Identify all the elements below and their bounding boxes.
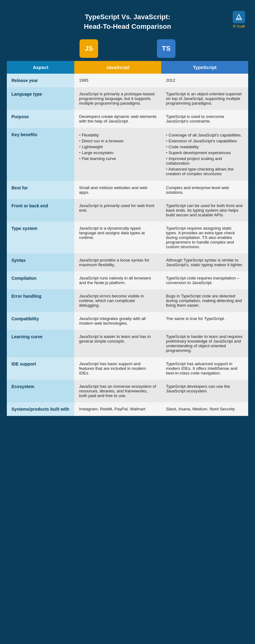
logo-text-craft: Craft xyxy=(237,24,245,28)
aspect-cell: Ecosystem xyxy=(7,380,74,402)
ts-cell: The same is true for TypeScript. xyxy=(161,312,248,330)
js-cell: JavaScript has basic support and feature… xyxy=(74,357,161,380)
table-row: Learning curveJavaScript is easier to le… xyxy=(7,330,248,357)
js-cell: Small and midsize websites and web apps. xyxy=(74,181,161,199)
ts-cell: TypeScript developers can use the JavaSc… xyxy=(161,380,248,402)
ts-cell: Coverage of all JavaScipt's capabilities… xyxy=(161,128,248,181)
aspect-cell: IDE support xyxy=(7,357,74,380)
aspect-cell: Syntax xyxy=(7,253,74,271)
aspect-cell: Best for xyxy=(7,181,74,199)
table-header-row: Aspect JavaScript TypeScript xyxy=(7,61,248,74)
js-label: JS xyxy=(85,45,93,53)
logo-icon xyxy=(233,11,245,23)
ts-cell: Complex and enterprise-level web solutio… xyxy=(161,181,248,199)
ts-cell: TypeScript has advanced support in moder… xyxy=(161,357,248,380)
js-cell: JavaScript is easier to learn and has in… xyxy=(74,330,161,357)
table-row: Release year19952012 xyxy=(7,74,248,87)
table-row: Front or back endJavaScript is primarily… xyxy=(7,199,248,222)
logo-text: IT Craft xyxy=(233,24,245,28)
js-cell: Developers create dynamic web elements w… xyxy=(74,110,161,128)
title-line1: TypeScript Vs. JavaScript: xyxy=(85,13,170,21)
aspect-cell: Compilation xyxy=(7,271,74,289)
js-cell: JavaScript has an immense ecosystem of r… xyxy=(74,380,161,402)
ts-cell: Although TypeScript syntax is similar to… xyxy=(161,253,248,271)
aspect-cell: Error handling xyxy=(7,289,74,312)
aspect-cell: Type system xyxy=(7,222,74,253)
js-cell: JavaScript runs natively in all browsers… xyxy=(74,271,161,289)
table-row: Language typeJavaScript is primarily a p… xyxy=(7,87,248,110)
ts-cell: TypeScript code requires transpilation –… xyxy=(161,271,248,289)
aspect-cell: Key benefits xyxy=(7,128,74,181)
aspect-cell: Front or back end xyxy=(7,199,74,222)
js-cell: JavaScript is primarily used for web fro… xyxy=(74,199,161,222)
table-row: SyntaxJavaScript provides a loose syntax… xyxy=(7,253,248,271)
js-cell: JavaScript errors become visible in runt… xyxy=(74,289,161,312)
aspect-cell: Language type xyxy=(7,87,74,110)
table-row: CompilationJavaScript runs natively in a… xyxy=(7,271,248,289)
table-row: Error handlingJavaScript errors become v… xyxy=(7,289,248,312)
aspect-cell: Purpose xyxy=(7,110,74,128)
ts-cell: Slack, Asana, Medium, Nord Security xyxy=(161,402,248,416)
ts-cell: Bugs in TypeScript code are detected dur… xyxy=(161,289,248,312)
title-line2: Head-To-Head Comparison xyxy=(84,23,171,30)
table-row: EcosystemJavaScript has an immense ecosy… xyxy=(7,380,248,402)
ts-cell: TypeScript is used to overcome JavaScrip… xyxy=(161,110,248,128)
main-container: TypeScript Vs. JavaScript: Head-To-Head … xyxy=(7,6,248,416)
icons-row: JS TS xyxy=(7,35,248,59)
comparison-table: Aspect JavaScript TypeScript Release yea… xyxy=(7,61,248,416)
title: TypeScript Vs. JavaScript: Head-To-Head … xyxy=(10,12,245,32)
aspect-cell: Learning curve xyxy=(7,330,74,357)
table-row: CompatibilityJavaScript integrates great… xyxy=(7,312,248,330)
table-row: IDE supportJavaScript has basic support … xyxy=(7,357,248,380)
ts-cell: TypeScript is an object-oriented superse… xyxy=(161,87,248,110)
ts-label: TS xyxy=(162,45,171,53)
col-aspect-header: Aspect xyxy=(7,61,74,74)
logo: IT Craft xyxy=(233,11,245,28)
table-row: Best forSmall and midsize websites and w… xyxy=(7,181,248,199)
table-row: Systems/products built withInstagram, Re… xyxy=(7,402,248,416)
header: TypeScript Vs. JavaScript: Head-To-Head … xyxy=(7,6,248,35)
table-body: Release year19952012Language typeJavaScr… xyxy=(7,74,248,416)
ts-cell: TypeScript can be used for both front an… xyxy=(161,199,248,222)
logo-text-it: IT xyxy=(233,24,236,28)
aspect-cell: Release year xyxy=(7,74,74,87)
js-cell: JavaScript is a dynamically typed langua… xyxy=(74,222,161,253)
js-cell: 1995 xyxy=(74,74,161,87)
js-cell: JavaScript integrates greatly with all m… xyxy=(74,312,161,330)
ts-cell: 2012 xyxy=(161,74,248,87)
ts-cell: TypeScript requires assigning static typ… xyxy=(161,222,248,253)
js-cell: FlexibilityDirect run in a browserLightw… xyxy=(74,128,161,181)
js-cell: Instagram, Reddit, PayPal, Walmart xyxy=(74,402,161,416)
col-ts-header: TypeScript xyxy=(161,61,248,74)
aspect-cell: Systems/products built with xyxy=(7,402,74,416)
ts-logo-icon: TS xyxy=(157,39,175,58)
table-row: Type systemJavaScript is a dynamically t… xyxy=(7,222,248,253)
js-cell: JavaScript provides a loose syntax for m… xyxy=(74,253,161,271)
ts-cell: TypeScript is harder to learn and requir… xyxy=(161,330,248,357)
aspect-cell: Compatibility xyxy=(7,312,74,330)
table-row: PurposeDevelopers create dynamic web ele… xyxy=(7,110,248,128)
js-cell: JavaScript is primarily a prototype-base… xyxy=(74,87,161,110)
logo-svg xyxy=(235,13,243,21)
js-logo-icon: JS xyxy=(80,39,98,58)
col-js-header: JavaScript xyxy=(74,61,161,74)
table-row: Key benefitsFlexibilityDirect run in a b… xyxy=(7,128,248,181)
